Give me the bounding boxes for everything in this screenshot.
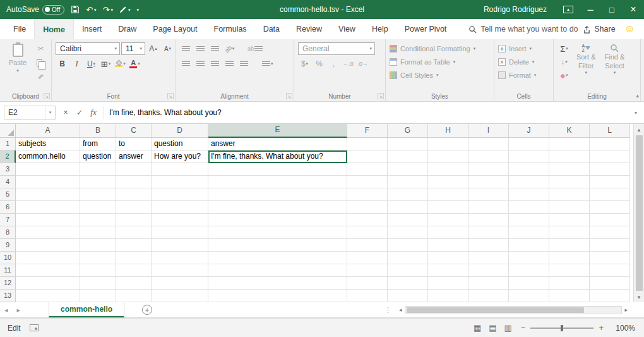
cell-K12[interactable] <box>549 277 590 290</box>
cell-E6[interactable] <box>208 201 347 214</box>
cell-A2[interactable]: common.hello <box>16 150 80 163</box>
cell-D13[interactable] <box>152 290 208 302</box>
font-dialog-launcher[interactable]: ↘ <box>167 93 174 99</box>
cell-I10[interactable] <box>468 252 509 264</box>
page-layout-view-button[interactable]: ▤ <box>489 323 496 333</box>
cell-J2[interactable] <box>509 150 549 163</box>
copy-button[interactable]: ▾ <box>34 56 47 69</box>
close-button[interactable]: × <box>623 0 644 19</box>
cell-K6[interactable] <box>549 201 590 214</box>
cell-J6[interactable] <box>509 201 549 214</box>
column-header-L[interactable]: L <box>590 124 630 138</box>
cell-H6[interactable] <box>428 201 468 214</box>
cell-L12[interactable] <box>590 277 630 290</box>
sheet-tab-common-hello[interactable]: common-hello <box>49 302 124 317</box>
cell-F3[interactable] <box>347 163 388 176</box>
cell-E8[interactable] <box>208 226 347 239</box>
cell-F8[interactable] <box>347 226 388 239</box>
row-header-3[interactable]: 3 <box>0 163 16 176</box>
cell-C6[interactable] <box>116 201 152 214</box>
increase-decimal-button[interactable]: ←.0 <box>342 58 355 70</box>
cell-A6[interactable] <box>16 201 80 214</box>
tab-review[interactable]: Review <box>288 19 330 39</box>
cell-J12[interactable] <box>509 277 549 290</box>
sheet-nav-left-button[interactable]: ◂ <box>0 306 13 314</box>
cell-L1[interactable] <box>590 138 630 150</box>
cell-E7[interactable] <box>208 214 347 226</box>
formula-input[interactable]: I'm fine, thanks. What about you? <box>105 106 630 119</box>
cell-D7[interactable] <box>152 214 208 226</box>
tab-home[interactable]: Home <box>34 19 74 39</box>
cell-J8[interactable] <box>509 226 549 239</box>
scroll-up-button[interactable]: ▴ <box>634 124 644 135</box>
column-header-H[interactable]: H <box>428 124 468 138</box>
cell-H13[interactable] <box>428 290 468 302</box>
cell-D6[interactable] <box>152 201 208 214</box>
vertical-scroll-thumb[interactable] <box>636 135 643 291</box>
cell-A9[interactable] <box>16 239 80 252</box>
cell-D2[interactable]: How are you? <box>152 150 208 163</box>
cell-D3[interactable] <box>152 163 208 176</box>
cell-F5[interactable] <box>347 188 388 201</box>
row-header-8[interactable]: 8 <box>0 226 16 239</box>
tab-insert[interactable]: Insert <box>74 19 110 39</box>
cell-L7[interactable] <box>590 214 630 226</box>
enter-entry-button[interactable]: ✓ <box>73 106 86 119</box>
cell-E11[interactable] <box>208 264 347 277</box>
format-cells-button[interactable]: Format ▾ <box>498 69 536 82</box>
row-header-11[interactable]: 11 <box>0 264 16 277</box>
cell-E12[interactable] <box>208 277 347 290</box>
cell-B3[interactable] <box>80 163 116 176</box>
zoom-level[interactable]: 100% <box>609 324 635 333</box>
cell-D1[interactable]: question <box>152 138 208 150</box>
cell-E4[interactable] <box>208 176 347 188</box>
row-header-7[interactable]: 7 <box>0 214 16 226</box>
cell-A12[interactable] <box>16 277 80 290</box>
tell-me-box[interactable]: Tell me what you want to do <box>468 19 578 39</box>
cell-J4[interactable] <box>509 176 549 188</box>
cell-A5[interactable] <box>16 188 80 201</box>
cell-E1[interactable]: answer <box>208 138 347 150</box>
inking-button[interactable]: ▾ <box>119 6 131 13</box>
cell-G6[interactable] <box>388 201 428 214</box>
cell-C9[interactable] <box>116 239 152 252</box>
clipboard-dialog-launcher[interactable]: ↘ <box>44 93 50 99</box>
cancel-entry-button[interactable]: × <box>59 106 72 119</box>
cell-L9[interactable] <box>590 239 630 252</box>
cell-K3[interactable] <box>549 163 590 176</box>
row-header-13[interactable]: 13 <box>0 290 16 302</box>
cell-E13[interactable] <box>208 290 347 302</box>
alignment-dialog-launcher[interactable]: ↘ <box>286 93 292 99</box>
cell-K7[interactable] <box>549 214 590 226</box>
column-header-I[interactable]: I <box>468 124 509 138</box>
cell-C12[interactable] <box>116 277 152 290</box>
sort-filter-button[interactable]: AZ Sort & Filter ▾ <box>573 42 599 90</box>
cell-B11[interactable] <box>80 264 116 277</box>
column-header-E[interactable]: E <box>208 124 347 138</box>
cell-I12[interactable] <box>468 277 509 290</box>
conditional-formatting-button[interactable]: Conditional Formatting ▾ <box>390 42 475 55</box>
undo-button[interactable]: ↶▾ <box>86 6 96 14</box>
column-header-G[interactable]: G <box>388 124 428 138</box>
row-header-10[interactable]: 10 <box>0 252 16 264</box>
align-middle-button[interactable] <box>194 42 207 55</box>
font-name-select[interactable]: Calibri▾ <box>56 42 120 55</box>
cell-G1[interactable] <box>388 138 428 150</box>
cell-I4[interactable] <box>468 176 509 188</box>
cut-button[interactable]: ✂ <box>34 42 47 55</box>
select-all-button[interactable] <box>0 124 16 138</box>
cell-G10[interactable] <box>388 252 428 264</box>
cell-B2[interactable]: question <box>80 150 116 163</box>
format-painter-button[interactable] <box>34 70 47 83</box>
scroll-right-button[interactable]: ▸ <box>622 307 630 313</box>
column-header-J[interactable]: J <box>509 124 549 138</box>
formula-bar-expand-button[interactable]: ▾ <box>630 110 641 116</box>
cell-L4[interactable] <box>590 176 630 188</box>
vertical-scrollbar[interactable]: ▴ ▾ <box>633 124 644 302</box>
merge-center-button[interactable]: ▾ <box>261 58 275 70</box>
cell-J1[interactable] <box>509 138 549 150</box>
cell-J9[interactable] <box>509 239 549 252</box>
column-header-B[interactable]: B <box>80 124 116 138</box>
cell-B10[interactable] <box>80 252 116 264</box>
cell-B7[interactable] <box>80 214 116 226</box>
